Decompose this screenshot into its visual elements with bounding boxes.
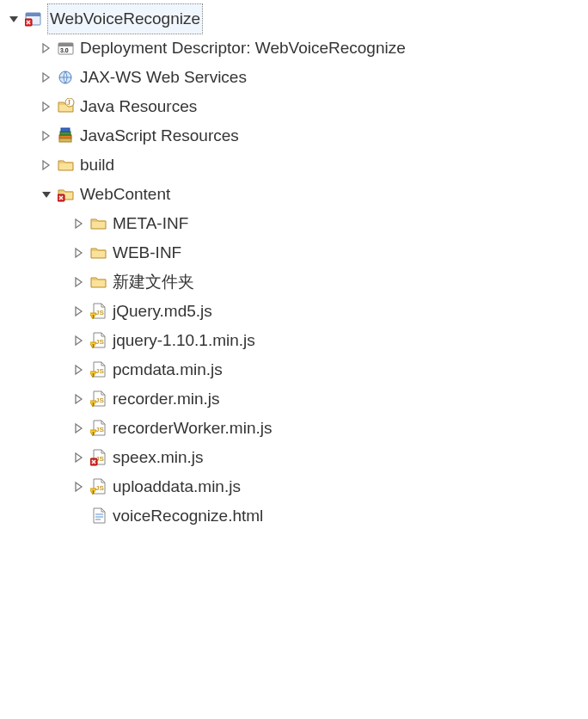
expand-arrow-right-icon[interactable] (73, 305, 85, 317)
tree-node-jquerymd5[interactable]: jQuery.md5.js (4, 297, 588, 326)
expand-arrow-right-icon[interactable] (40, 71, 52, 83)
expand-arrow-down-icon[interactable] (8, 13, 20, 25)
folder-icon (90, 273, 107, 291)
expand-arrow-right-icon[interactable] (40, 159, 52, 171)
folder-icon (90, 244, 107, 261)
tree-node-label[interactable]: JAX-WS Web Services (80, 63, 247, 92)
expand-arrow-right-icon[interactable] (40, 130, 52, 142)
tree-node-label[interactable]: WebContent (80, 180, 170, 209)
tree-node-label[interactable]: META-INF (113, 209, 188, 238)
deployment-icon (58, 40, 75, 57)
tree-node-speex[interactable]: speex.min.js (4, 443, 588, 472)
tree-node-recorder[interactable]: recorder.min.js (4, 384, 588, 414)
expand-arrow-right-icon[interactable] (73, 481, 85, 493)
expand-arrow-right-icon[interactable] (73, 218, 85, 230)
tree-node-label[interactable]: 新建文件夹 (113, 267, 194, 297)
tree-node-label[interactable]: pcmdata.min.js (113, 355, 223, 384)
project-explorer-tree: WebVoiceRecognizeDeployment Descriptor: … (0, 0, 588, 531)
htmlfile-icon (90, 507, 107, 525)
tree-node-uploaddata[interactable]: uploaddata.min.js (4, 472, 588, 501)
expand-arrow-down-icon[interactable] (40, 188, 52, 200)
project-error-icon (25, 10, 42, 28)
tree-node-label[interactable]: build (80, 151, 114, 180)
jsfile-warn-icon (90, 420, 107, 437)
jsfile-warn-icon (90, 361, 107, 378)
tree-node-voicerecog[interactable]: voiceRecognize.html (4, 501, 588, 531)
tree-node-root[interactable]: WebVoiceRecognize (4, 4, 588, 34)
expand-arrow-right-icon[interactable] (73, 276, 85, 288)
tree-node-label[interactable]: Deployment Descriptor: WebVoiceRecognize (80, 34, 406, 63)
expand-arrow-right-icon[interactable] (73, 335, 85, 347)
tree-node-newfolder[interactable]: 新建文件夹 (4, 267, 588, 297)
tree-node-webcontent[interactable]: WebContent (4, 180, 588, 209)
tree-node-dd[interactable]: Deployment Descriptor: WebVoiceRecognize (4, 34, 588, 63)
tree-node-label[interactable]: JavaScript Resources (80, 121, 239, 151)
jsfile-warn-icon (90, 478, 107, 495)
tree-node-label[interactable]: jQuery.md5.js (113, 297, 212, 326)
tree-node-javares[interactable]: Java Resources (4, 92, 588, 121)
expand-arrow-right-icon[interactable] (73, 364, 85, 376)
expand-arrow-none (73, 510, 85, 522)
expand-arrow-right-icon[interactable] (73, 393, 85, 405)
tree-node-label[interactable]: voiceRecognize.html (113, 501, 263, 531)
expand-arrow-right-icon[interactable] (73, 247, 85, 259)
tree-node-metainf[interactable]: META-INF (4, 209, 588, 238)
tree-node-build[interactable]: build (4, 151, 588, 180)
tree-node-label[interactable]: WebVoiceRecognize (47, 3, 203, 34)
jsfile-warn-icon (90, 332, 107, 349)
tree-node-label[interactable]: jquery-1.10.1.min.js (113, 326, 255, 355)
expand-arrow-right-icon[interactable] (40, 42, 52, 54)
tree-node-pcmdata[interactable]: pcmdata.min.js (4, 355, 588, 384)
tree-node-label[interactable]: recorder.min.js (113, 384, 220, 414)
tree-node-label[interactable]: uploaddata.min.js (113, 472, 241, 501)
tree-node-jquery1101[interactable]: jquery-1.10.1.min.js (4, 326, 588, 355)
jsfile-warn-icon (90, 303, 107, 320)
javares-icon (58, 98, 75, 115)
expand-arrow-right-icon[interactable] (73, 452, 85, 464)
jsfile-warn-icon (90, 390, 107, 408)
tree-node-label[interactable]: Java Resources (80, 92, 197, 121)
folder-icon (90, 215, 107, 232)
tree-node-label[interactable]: recorderWorker.min.js (113, 414, 272, 443)
tree-node-jsres[interactable]: JavaScript Resources (4, 121, 588, 151)
expand-arrow-right-icon[interactable] (40, 101, 52, 113)
tree-node-label[interactable]: WEB-INF (113, 238, 181, 267)
expand-arrow-right-icon[interactable] (73, 422, 85, 434)
folder-error-icon (58, 186, 75, 203)
webservices-icon (58, 69, 75, 86)
jsfile-error-icon (90, 449, 107, 466)
folder-icon (58, 157, 75, 174)
jsres-icon (58, 127, 75, 144)
tree-node-recorderwkr[interactable]: recorderWorker.min.js (4, 414, 588, 443)
tree-node-webinf[interactable]: WEB-INF (4, 238, 588, 267)
tree-node-jaxws[interactable]: JAX-WS Web Services (4, 63, 588, 92)
tree-node-label[interactable]: speex.min.js (113, 443, 204, 472)
